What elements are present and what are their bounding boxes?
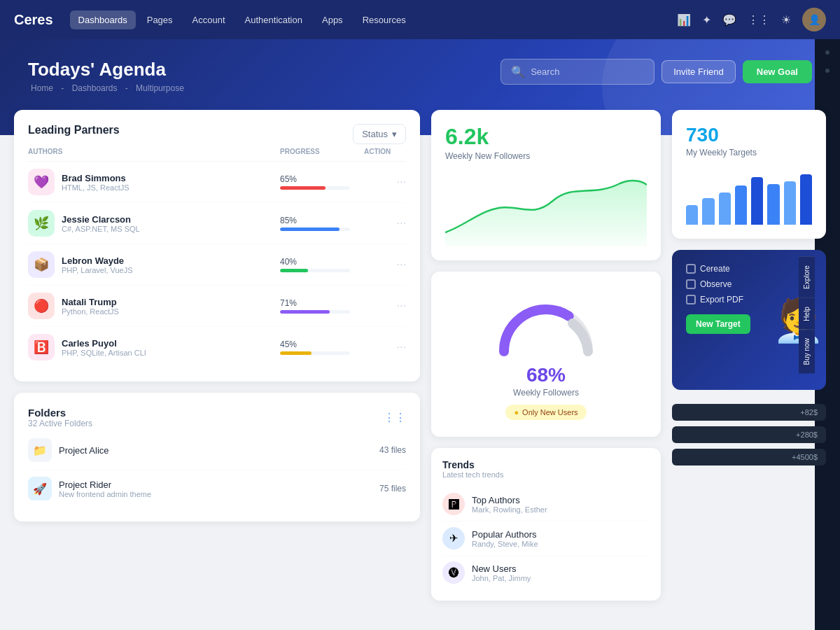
avatar: 🌿 xyxy=(28,210,55,237)
folders-subtitle: 32 Active Folders xyxy=(28,419,92,428)
new-target-button[interactable]: New Target xyxy=(686,314,750,334)
table-headers: AUTHORS PROGRESS ACTION xyxy=(28,148,406,162)
folder-icon: 🚀 xyxy=(28,477,52,500)
folder-icon: 📁 xyxy=(28,438,52,462)
list-item: 🅿 Top Authors Mark, Rowling, Esther xyxy=(442,487,650,522)
search-icon: 🔍 xyxy=(511,65,525,78)
table-row: 🔴 Natali Trump Python, ReactJS 71% ··· xyxy=(28,286,406,327)
explore-tab[interactable]: Explore xyxy=(799,256,815,298)
gauge-card: 68% Weekly Followers ● Only New Users xyxy=(431,272,661,437)
weekly-value: 730 xyxy=(686,124,812,146)
new-goal-button[interactable]: New Goal xyxy=(743,60,812,83)
list-item: 🅥 New Users John, Pat, Jimmy xyxy=(442,556,650,589)
nav-item-resources[interactable]: Resources xyxy=(354,10,414,29)
weekly-label: My Weekly Targets xyxy=(686,148,812,158)
grid-icon[interactable]: ⋮⋮ xyxy=(748,13,770,27)
help-tab[interactable]: Help xyxy=(799,298,815,330)
bar-chart xyxy=(686,169,812,225)
page-title: Todays' Agenda xyxy=(28,59,812,80)
list-item: 📁 Project Alice 43 files xyxy=(28,431,406,470)
list-item: ✈ Popular Authors Randy, Steve, Mike xyxy=(442,522,650,556)
trend-icon: ✈ xyxy=(442,527,465,550)
nav-item-dashboards[interactable]: Dashboards xyxy=(70,10,136,29)
gauge-label: Weekly Followers xyxy=(448,388,644,398)
brand: Ceres xyxy=(14,12,53,28)
bar-1 xyxy=(686,205,698,225)
action-menu-button[interactable]: ··· xyxy=(364,341,406,354)
followers-chart xyxy=(445,169,647,246)
folders-title: Folders xyxy=(28,407,92,419)
action-menu-button[interactable]: ··· xyxy=(364,258,406,271)
table-row: 🌿 Jessie Clarcson C#, ASP.NET, MS SQL 85… xyxy=(28,203,406,244)
navbar: Ceres Dashboards Pages Account Authentic… xyxy=(0,0,840,39)
chart-icon[interactable]: 📊 xyxy=(677,13,691,27)
trends-card: Trends Latest tech trends 🅿 Top Authors … xyxy=(431,448,661,601)
main-content: Leading Partners Status ▾ AUTHORS PROGRE… xyxy=(0,110,840,615)
nav-item-pages[interactable]: Pages xyxy=(139,10,181,29)
mid-panel: 6.2k Weekly New Followers xyxy=(431,110,661,601)
value-badges: +82$ +280$ +4500$ xyxy=(672,404,826,465)
trends-subtitle: Latest tech trends xyxy=(442,470,650,479)
bar-5 xyxy=(751,177,763,225)
table-row: 📦 Lebron Wayde PHP, Laravel, VueJS 40% ·… xyxy=(28,244,406,286)
value-badge-2: +280$ xyxy=(672,426,826,443)
bar-8 xyxy=(800,174,812,225)
followers-value: 6.2k xyxy=(445,124,647,150)
nav-item-authentication[interactable]: Authentication xyxy=(237,10,311,29)
nav-item-account[interactable]: Account xyxy=(184,10,234,29)
search-box[interactable]: 🔍 xyxy=(500,59,654,85)
table-row: 💜 Brad Simmons HTML, JS, ReactJS 65% ··· xyxy=(28,162,406,203)
status-dropdown[interactable]: Status ▾ xyxy=(353,124,406,144)
leading-partners-card: Leading Partners Status ▾ AUTHORS PROGRE… xyxy=(14,110,420,382)
avatar: 📦 xyxy=(28,251,55,278)
bar-2 xyxy=(702,198,714,225)
gauge-notice: ● Only New Users xyxy=(505,405,586,420)
chat-icon[interactable]: 💬 xyxy=(722,13,736,27)
avatar[interactable]: 👤 xyxy=(802,8,826,31)
trend-icon: 🅿 xyxy=(442,493,465,515)
chevron-down-icon: ▾ xyxy=(392,129,397,139)
left-panel: Leading Partners Status ▾ AUTHORS PROGRE… xyxy=(14,110,420,601)
bar-6 xyxy=(767,184,779,225)
breadcrumb: Home - Dashboards - Multipurpose xyxy=(28,83,812,93)
trends-title: Trends xyxy=(442,459,650,470)
folders-card: Folders 32 Active Folders ⋮⋮ 📁 Project A… xyxy=(14,393,420,522)
nav-links: Dashboards Pages Account Authentication … xyxy=(70,10,414,29)
folders-menu-button[interactable]: ⋮⋮ xyxy=(384,411,406,424)
action-menu-button[interactable]: ··· xyxy=(364,176,406,188)
sun-icon[interactable]: ☀ xyxy=(781,13,791,27)
sparkle-icon[interactable]: ✦ xyxy=(702,13,711,27)
cta-illustration: 🧑‍💼 xyxy=(770,250,826,390)
gauge-pct: 68% xyxy=(448,364,644,386)
table-row: 🅱️ Carles Puyol PHP, SQLite, Artisan CLI… xyxy=(28,327,406,368)
buy-now-tab[interactable]: Buy now xyxy=(799,330,815,374)
followers-label: Weekly New Followers xyxy=(445,151,647,161)
weekly-targets-card: 730 My Weekly Targets xyxy=(672,110,826,239)
action-menu-button[interactable]: ··· xyxy=(364,300,406,312)
search-input[interactable] xyxy=(531,66,644,77)
invite-friend-button[interactable]: Invite Friend xyxy=(662,60,736,83)
bar-7 xyxy=(784,181,796,225)
avatar: 🅱️ xyxy=(28,334,55,360)
leading-partners-title: Leading Partners xyxy=(28,124,120,136)
bar-3 xyxy=(719,192,731,225)
avatar: 💜 xyxy=(28,169,55,195)
card-header: Leading Partners Status ▾ xyxy=(28,124,406,148)
avatar: 🔴 xyxy=(28,293,55,319)
hero-actions: 🔍 Invite Friend New Goal xyxy=(500,59,812,85)
value-badge-1: +82$ xyxy=(672,404,826,421)
bar-4 xyxy=(735,186,747,225)
content-grid: Leading Partners Status ▾ AUTHORS PROGRE… xyxy=(14,110,826,601)
nav-right: 📊 ✦ 💬 ⋮⋮ ☀ 👤 xyxy=(677,8,826,31)
followers-card: 6.2k Weekly New Followers xyxy=(431,110,661,260)
value-badge-3: +4500$ xyxy=(672,449,826,465)
list-item: 🚀 Project Rider New frontend admin theme… xyxy=(28,470,406,507)
side-tabs: Explore Help Buy now xyxy=(799,256,815,374)
action-menu-button[interactable]: ··· xyxy=(364,217,406,230)
trend-icon: 🅥 xyxy=(442,561,465,584)
nav-item-apps[interactable]: Apps xyxy=(314,10,351,29)
